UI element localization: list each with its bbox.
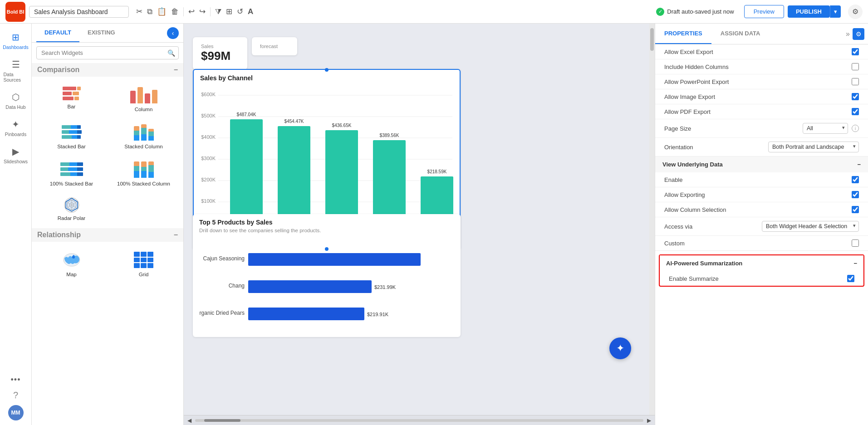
publish-button[interactable]: PUBLISH — [788, 5, 830, 18]
dashboard-canvas: Sales $99M forecast Sales by Channel — [193, 33, 640, 396]
include-hidden-checkbox[interactable] — [852, 63, 859, 70]
handle-top[interactable] — [325, 68, 329, 72]
preview-button[interactable]: Preview — [744, 5, 784, 18]
props-gear-icon[interactable]: ⚙ — [853, 28, 864, 40]
tab-assign-data[interactable]: ASSIGN DATA — [711, 24, 770, 44]
stacked-column-chart-icon — [132, 122, 156, 142]
translate-icon[interactable]: A — [248, 7, 253, 16]
avatar[interactable]: MM — [8, 405, 24, 420]
collapse-ai-icon[interactable]: − — [853, 260, 857, 267]
collapse-relationship-icon[interactable]: − — [174, 231, 178, 239]
canvas-bottom-bar: ◀ ▶ — [184, 415, 655, 425]
filter-icon[interactable]: ⧩ — [215, 7, 221, 16]
svg-text:$219.91K: $219.91K — [367, 312, 389, 317]
widget-item-column[interactable]: Column — [108, 80, 179, 116]
redo-icon[interactable]: ↪ — [199, 7, 206, 16]
pinboards-icon: ✦ — [12, 119, 20, 130]
view-underlying-section: View Underlying Data − Enable Allow Expo… — [655, 156, 868, 251]
collapse-view-underlying-icon[interactable]: − — [857, 161, 861, 168]
svg-rect-42 — [248, 280, 372, 293]
orientation-select-wrap: Both Portrait and Landscape Portrait Lan… — [768, 142, 859, 152]
undo-icon[interactable]: ↩ — [188, 7, 195, 16]
sidebar-item-more[interactable]: ••• — [2, 371, 30, 388]
orientation-row: Orientation Both Portrait and Landscape … — [655, 138, 868, 156]
tab-default[interactable]: DEFAULT — [36, 24, 79, 42]
access-via-select[interactable]: Both Widget Header & Selection Widget He… — [762, 221, 859, 232]
collapse-panel-button[interactable]: ‹ — [167, 27, 179, 39]
expand-icon[interactable]: » — [846, 30, 850, 38]
dashboard-title-input[interactable] — [29, 6, 129, 18]
widget-item-100-stacked-bar[interactable]: 100% Stacked Bar — [36, 155, 107, 190]
widget-item-map[interactable]: Map — [36, 245, 107, 281]
canvas-vertical-scrollbar[interactable] — [649, 24, 655, 415]
handle-bottom[interactable] — [325, 247, 329, 251]
access-via-select-wrap: Both Widget Header & Selection Widget He… — [762, 221, 859, 232]
custom-checkbox[interactable] — [852, 239, 859, 247]
allow-pdf-row: Allow PDF Export — [655, 104, 868, 119]
enable-checkbox[interactable] — [852, 176, 859, 183]
widget-item-bar[interactable]: Bar — [36, 80, 107, 116]
logo: Bold BI — [5, 2, 25, 22]
allow-image-checkbox[interactable] — [852, 93, 859, 100]
sidebar-item-pinboards[interactable]: ✦ Pinboards — [2, 115, 30, 141]
vertical-scroll-thumb[interactable] — [650, 28, 654, 51]
allow-exporting-checkbox[interactable] — [852, 191, 859, 198]
tab-properties[interactable]: PROPERTIES — [655, 24, 711, 44]
scroll-left-icon[interactable]: ◀ — [187, 417, 191, 424]
ai-powered-section: AI-Powered Summarization − Enable Summar… — [659, 254, 864, 287]
bar-chart-icon — [59, 85, 84, 102]
widget-item-grid[interactable]: Grid — [108, 245, 179, 281]
layers-icon[interactable]: ⊞ — [226, 7, 232, 16]
allow-pdf-checkbox[interactable] — [852, 108, 859, 115]
help-icon[interactable]: ? — [13, 390, 18, 401]
svg-rect-45 — [248, 308, 364, 320]
scroll-right-icon[interactable]: ▶ — [647, 417, 651, 424]
svg-text:$600K: $600K — [201, 92, 216, 97]
allow-image-row: Allow Image Export — [655, 89, 868, 104]
delete-icon[interactable]: 🗑 — [171, 7, 179, 16]
allow-excel-row: Allow Excel Export — [655, 44, 868, 59]
svg-text:Organic Dried Pears: Organic Dried Pears — [199, 310, 245, 316]
page-size-select[interactable]: All A4 Letter — [803, 123, 848, 134]
relationship-section-header[interactable]: Relationship − — [32, 228, 183, 242]
enable-summarize-row: Enable Summarize — [660, 271, 863, 286]
widget-item-stacked-bar[interactable]: Stacked Bar — [36, 117, 107, 153]
settings-icon[interactable]: ⚙ — [848, 5, 863, 19]
canvas-scroll[interactable]: Sales $99M forecast Sales by Channel — [184, 24, 649, 415]
paste-icon[interactable]: 📋 — [157, 7, 167, 16]
widget-item-stacked-column[interactable]: Stacked Column — [108, 117, 179, 153]
search-input[interactable] — [36, 46, 179, 59]
sidebar-item-data-hub[interactable]: ⬡ Data Hub — [2, 88, 30, 113]
tab-existing[interactable]: EXISTING — [79, 24, 123, 42]
ai-sparkle-button[interactable]: ✦ — [609, 337, 631, 359]
sidebar-item-data-sources[interactable]: ☰ Data Sources — [2, 55, 30, 86]
top-header: Bold BI ✂ ⧉ 📋 🗑 ↩ ↪ ⧩ ⊞ ↺ A ✓ Draft auto… — [0, 0, 868, 24]
copy-icon[interactable]: ⧉ — [147, 7, 152, 16]
more-icon: ••• — [11, 375, 21, 385]
properties-body: Allow Excel Export Include Hidden Column… — [655, 44, 868, 425]
sidebar-item-dashboards[interactable]: ⊞ Dashboards — [2, 28, 30, 54]
collapse-comparison-icon[interactable]: − — [174, 66, 178, 74]
autosave-dot: ✓ — [656, 8, 664, 16]
data-sources-icon: ☰ — [12, 59, 20, 70]
sidebar-item-slideshows[interactable]: ▶ Slideshows — [2, 142, 30, 168]
page-size-row: Page Size All A4 Letter i — [655, 119, 868, 138]
allow-ppt-checkbox[interactable] — [852, 78, 859, 85]
widget-item-100-stacked-column[interactable]: 100% Stacked Column — [108, 155, 179, 190]
publish-caret-button[interactable]: ▾ — [830, 5, 841, 18]
allow-col-selection-checkbox[interactable] — [852, 206, 859, 213]
cut-icon[interactable]: ✂ — [136, 7, 142, 16]
allow-excel-checkbox[interactable] — [852, 48, 859, 55]
svg-rect-30 — [373, 140, 406, 223]
view-underlying-header[interactable]: View Underlying Data − — [655, 156, 868, 172]
comparison-section-header[interactable]: Comparison − — [32, 63, 183, 77]
widget-item-radar-polar[interactable]: Radar Polar — [36, 192, 107, 225]
orientation-select[interactable]: Both Portrait and Landscape Portrait Lan… — [768, 142, 859, 152]
enable-summarize-checkbox[interactable] — [847, 275, 854, 282]
top5-svg: Cajun Seasoning Chang $231.99K Organic D… — [199, 240, 453, 331]
refresh-icon[interactable]: ↺ — [237, 7, 243, 16]
ai-section-header[interactable]: AI-Powered Summarization − — [660, 255, 863, 271]
svg-rect-40 — [248, 253, 421, 266]
horizontal-scroll-thumb[interactable] — [204, 419, 240, 422]
svg-rect-26 — [278, 126, 310, 223]
